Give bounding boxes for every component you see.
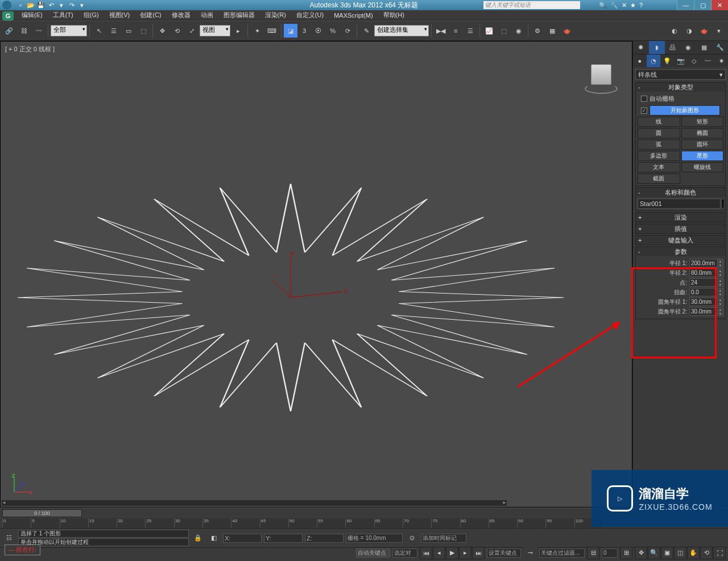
teapot3-icon[interactable]: 🫖	[697, 24, 711, 38]
viewport[interactable]: [ + 0 正交 0 线框 ] x y z x z y	[0, 41, 632, 508]
category-dropdown[interactable]: 样条线▾	[635, 69, 726, 80]
btn-helix[interactable]: 螺旋线	[681, 162, 724, 172]
coord-x[interactable]: X:	[223, 534, 262, 543]
radius1-spinner[interactable]: ▴▾	[689, 259, 723, 267]
close-button[interactable]: ✕	[711, 0, 728, 10]
start-new-checkbox[interactable]: ✓	[641, 108, 647, 114]
fillet1-spinner[interactable]: ▴▾	[689, 298, 723, 306]
snap-3-icon[interactable]: 3	[299, 24, 310, 38]
named-sel-icon[interactable]: ✎	[359, 24, 373, 38]
radius2-spinner[interactable]: ▴▾	[689, 269, 723, 277]
menu-create[interactable]: 创建(C)	[135, 10, 166, 20]
search-icon[interactable]: 🔍	[599, 2, 607, 9]
btn-ellipse[interactable]: 椭圆	[681, 128, 724, 138]
subtab-helpers[interactable]: ◇	[687, 55, 701, 67]
tab-display[interactable]: ▦	[696, 41, 712, 54]
key-mode-icon[interactable]: ⊟	[587, 547, 599, 559]
time-tag-icon[interactable]: ⊙	[405, 531, 419, 545]
menu-modifiers[interactable]: 修改器	[167, 10, 195, 20]
subtab-spacewarps[interactable]: 〰	[701, 55, 714, 67]
btn-section[interactable]: 截面	[638, 174, 680, 184]
tab-utilities[interactable]: 🔧	[712, 41, 728, 54]
open-icon[interactable]: 📂	[26, 1, 35, 9]
nav-orbit-icon[interactable]: ⟲	[700, 547, 713, 559]
subtab-geom[interactable]: ●	[633, 55, 647, 67]
help-search-input[interactable]: 键入关键字或短语	[483, 1, 580, 9]
goto-end-icon[interactable]: ⏭	[472, 547, 485, 559]
rollout-header-params[interactable]: -参数	[636, 247, 725, 256]
tab-hierarchy[interactable]: 品	[665, 41, 681, 54]
btn-text[interactable]: 文本	[638, 162, 680, 172]
unlink-icon[interactable]: ⛓	[17, 24, 31, 38]
coord-y[interactable]: Y:	[264, 534, 303, 543]
align-icon[interactable]: ≡	[449, 24, 462, 38]
maxscript-listener-icon[interactable]: ☷	[2, 531, 16, 545]
app-menu-button[interactable]: G	[2, 11, 14, 20]
render-icon[interactable]: 🫖	[560, 24, 574, 38]
menu-render[interactable]: 渲染(R)	[260, 10, 291, 20]
selection-filter-dropdown[interactable]: 全部	[51, 25, 87, 36]
object-color-swatch[interactable]	[722, 200, 723, 208]
btn-rectangle[interactable]: 矩形	[681, 117, 724, 127]
nav-pan2-icon[interactable]: ✋	[687, 547, 700, 559]
minimize-button[interactable]: —	[677, 0, 694, 10]
maximize-button[interactable]: ▢	[694, 0, 711, 10]
undo-icon[interactable]: ↶	[47, 1, 56, 9]
material-editor-icon[interactable]: ◉	[512, 24, 526, 38]
redo-drop-icon[interactable]: ▾	[77, 1, 86, 9]
pivot-icon[interactable]: ▸	[231, 24, 245, 38]
link-icon[interactable]: 🔗	[2, 24, 16, 38]
keyboard-icon[interactable]: ⌨	[265, 24, 279, 38]
teapot-drop-icon[interactable]: ▾	[712, 24, 726, 38]
signin-icon[interactable]: 🔧	[610, 2, 618, 9]
rollout-header-interp[interactable]: +插值	[636, 224, 725, 233]
undo-drop-icon[interactable]: ▾	[57, 1, 66, 9]
frame-field[interactable]: 0	[602, 548, 618, 558]
setkey-button[interactable]: 设置关键点	[487, 548, 521, 558]
btn-circle[interactable]: 圆	[638, 128, 680, 138]
save-icon[interactable]: 💾	[36, 1, 46, 9]
rollout-header-objtype[interactable]: -对象类型	[636, 82, 725, 92]
tab-create[interactable]: ✺	[633, 41, 649, 54]
btn-line[interactable]: 线	[638, 117, 680, 127]
select-region-icon[interactable]: ▭	[122, 24, 135, 38]
key-filters-button[interactable]: 关键点过滤器...	[539, 548, 585, 558]
menu-graph[interactable]: 图形编辑器	[219, 10, 259, 20]
rollout-header-kbd[interactable]: +键盘输入	[636, 236, 725, 245]
rendered-frame-icon[interactable]: ▦	[545, 24, 559, 38]
btn-star[interactable]: 星形	[681, 151, 724, 161]
subtab-cameras[interactable]: 📷	[674, 55, 688, 67]
scale-icon[interactable]: ⤢	[185, 24, 198, 38]
next-frame-icon[interactable]: ▸	[459, 547, 471, 559]
goto-start-icon[interactable]: ⏮	[420, 547, 432, 559]
named-selset-dropdown[interactable]: 创建选择集	[374, 25, 429, 36]
btn-donut[interactable]: 圆环	[681, 139, 724, 150]
menu-maxscript[interactable]: MAXScript(M)	[329, 11, 377, 19]
subtab-shapes[interactable]: ◔	[647, 55, 660, 67]
menu-group[interactable]: 组(G)	[79, 10, 104, 20]
move-icon[interactable]: ✥	[155, 24, 169, 38]
mirror-icon[interactable]: ▶◀	[434, 24, 448, 38]
manipulate-icon[interactable]: ✦	[250, 24, 264, 38]
select-name-icon[interactable]: ☰	[107, 24, 121, 38]
window-crossing-icon[interactable]: ⬚	[136, 24, 150, 38]
layer-icon[interactable]: ☰	[464, 24, 477, 38]
object-name-input[interactable]	[638, 199, 721, 209]
fillet2-spinner[interactable]: ▴▾	[689, 307, 723, 316]
tab-modify[interactable]: ◗	[649, 41, 665, 54]
menu-tools[interactable]: 工具(T)	[48, 10, 78, 20]
menu-custom[interactable]: 自定义(U)	[292, 10, 328, 20]
menu-views[interactable]: 视图(V)	[105, 10, 135, 20]
lock-icon[interactable]: 🔒	[191, 531, 205, 545]
btn-ngon[interactable]: 多边形	[638, 151, 680, 161]
nav-maximize-icon[interactable]: ⛶	[713, 547, 726, 559]
coord-z[interactable]: Z:	[305, 534, 344, 543]
menu-animation[interactable]: 动画	[196, 10, 218, 20]
rotate-icon[interactable]: ⟲	[170, 24, 184, 38]
menu-edit[interactable]: 编辑(E)	[17, 10, 47, 20]
spinner-snap-icon[interactable]: ⟳	[341, 24, 354, 38]
autokey-button[interactable]: 自动关键点	[356, 548, 390, 558]
angle-snap-icon[interactable]: ⦿	[311, 24, 325, 38]
time-slider[interactable]: 0 / 100	[2, 509, 82, 517]
prev-frame-icon[interactable]: ◂	[433, 547, 445, 559]
